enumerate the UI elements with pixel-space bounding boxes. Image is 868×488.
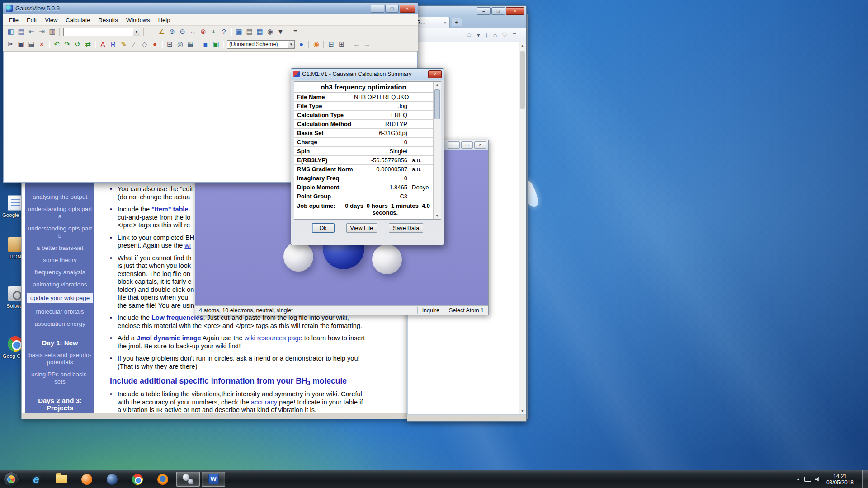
volume-icon[interactable] [815, 477, 821, 482]
taskbar-app-blue[interactable] [100, 472, 124, 487]
toolbar-icon[interactable]: ▦ [255, 27, 265, 37]
sidebar-link[interactable]: frequency analysis [28, 269, 92, 276]
toolbar-icon[interactable]: ● [150, 39, 160, 49]
scrollbar-thumb[interactable] [434, 89, 440, 119]
sidebar-link[interactable]: understanding opts part b [28, 225, 92, 239]
pocket-icon[interactable]: ♡ [502, 31, 508, 38]
menu-results[interactable]: Results [94, 15, 122, 25]
bookmark-star-icon[interactable]: ☆ [466, 31, 472, 38]
sidebar-link[interactable]: understanding opts part a [28, 206, 92, 220]
dropdown-arrow-icon[interactable]: ▼ [133, 28, 140, 36]
toolbar-icon[interactable]: + [208, 27, 219, 37]
toolbar-icon[interactable]: ⇄ [83, 39, 93, 49]
sidebar-link[interactable]: some theory [28, 257, 92, 264]
bookmarks-menu-icon[interactable]: ▾ [477, 31, 480, 38]
toolbar-icon[interactable]: ⇥ [37, 27, 47, 37]
scroll-up-icon[interactable]: ▲ [519, 42, 526, 49]
toolbar-icon[interactable]: ≡ [290, 27, 301, 37]
toolbar-icon[interactable]: ↷ [62, 39, 72, 49]
toolbar-icon[interactable]: ─ [146, 27, 156, 37]
taskbar-gaussview[interactable] [176, 472, 200, 487]
close-button[interactable]: × [474, 141, 486, 149]
sidebar-link[interactable]: update your wiki page [27, 293, 93, 303]
toolbar-icon[interactable]: ● [296, 39, 307, 49]
minimize-button[interactable]: – [448, 141, 460, 149]
scroll-down-icon[interactable]: ▼ [519, 408, 526, 414]
toolbar-icon[interactable]: × [37, 39, 47, 49]
menu-icon[interactable]: ≡ [513, 31, 516, 38]
sidebar-link[interactable]: analysing the output [28, 193, 92, 201]
browser-scrollbar[interactable]: ▲ ▼ [519, 42, 526, 414]
taskbar-internet-explorer[interactable]: e [24, 472, 48, 487]
menu-file[interactable]: File [5, 15, 23, 25]
toolbar-icon[interactable]: ▣ [234, 27, 244, 37]
downloads-icon[interactable]: ↓ [485, 31, 488, 38]
toolbar-icon[interactable]: ⊟ [326, 39, 336, 49]
sidebar-link[interactable]: a better basis-set [28, 244, 92, 252]
toolbar-icon[interactable]: ◧ [5, 27, 16, 37]
wiki-link[interactable]: wi [184, 242, 191, 249]
toolbar-icon[interactable]: ▦ [185, 39, 196, 49]
toolbar-icon[interactable]: ? [219, 27, 229, 37]
sidebar-link[interactable]: association energy [28, 320, 92, 328]
minimize-button[interactable]: – [371, 5, 384, 13]
clock[interactable]: 14:21 03/05/2018 [825, 473, 858, 486]
minimize-button[interactable]: – [477, 7, 491, 15]
menu-view[interactable]: View [41, 15, 61, 25]
toolbar-icon[interactable]: ◉ [265, 27, 275, 37]
show-desktop-button[interactable] [862, 470, 868, 488]
toolbar-icon[interactable]: ⊕ [167, 27, 177, 37]
toolbar-icon[interactable]: ∠ [156, 27, 167, 37]
hydrogen-atom[interactable] [372, 244, 402, 274]
maximize-button[interactable]: □ [461, 141, 473, 149]
toolbar-icon[interactable]: ◉ [311, 39, 321, 49]
sidebar-link[interactable]: molecular orbitals [28, 308, 92, 315]
dialog-btn-save-data[interactable]: Save Data [389, 223, 423, 233]
toolbar-icon[interactable]: ▼ [275, 27, 286, 37]
toolbar-icon[interactable]: ⊞ [336, 39, 347, 49]
taskbar-firefox[interactable] [151, 472, 175, 487]
toolbar-icon[interactable]: ▣ [211, 39, 221, 49]
toolbar-icon[interactable]: R [108, 39, 118, 49]
dialog-scrollbar[interactable]: ▲ ▼ [433, 82, 441, 219]
scrollbar-thumb[interactable] [520, 51, 525, 109]
toolbar-icon[interactable]: ↶ [52, 39, 62, 49]
wiki-link[interactable]: accuracy [251, 399, 277, 406]
toolbar-icon[interactable]: A [98, 39, 108, 49]
close-button[interactable]: × [400, 5, 415, 13]
toolbar-icon[interactable]: ⊞ [165, 39, 175, 49]
toolbar-icon[interactable]: ⊖ [177, 27, 188, 37]
taskbar-file-explorer[interactable] [50, 472, 73, 487]
close-button[interactable]: × [506, 7, 524, 15]
sidebar-link[interactable]: animating vibrations [28, 281, 92, 288]
wiki-link[interactable]: wiki resources page [245, 334, 302, 342]
network-icon[interactable] [804, 477, 811, 482]
toolbar-icon[interactable]: ▣ [16, 39, 26, 49]
start-button[interactable] [4, 472, 19, 487]
toolbar-icon[interactable]: ✎ [118, 39, 129, 49]
menu-calculate[interactable]: Calculate [61, 15, 94, 25]
menu-windows[interactable]: Windows [122, 15, 154, 25]
toolbar-entry-combo[interactable]: ▼ [63, 28, 140, 36]
close-button[interactable]: × [428, 70, 442, 78]
toolbar-icon[interactable]: ∕ [129, 39, 139, 49]
home-icon[interactable]: ⌂ [493, 31, 497, 38]
toolbar-icon[interactable]: ← [351, 39, 362, 49]
toolbar-icon[interactable]: ⇤ [26, 27, 37, 37]
scheme-combo[interactable]: (Unnamed Scheme)▼ [227, 40, 295, 49]
menu-edit[interactable]: Edit [23, 15, 41, 25]
toolbar-icon[interactable]: ◎ [175, 39, 185, 49]
dropdown-arrow-icon[interactable]: ▼ [288, 41, 294, 48]
taskbar-word[interactable]: W [202, 472, 225, 487]
maximize-button[interactable]: □ [385, 5, 399, 13]
toolbar-icon[interactable]: ↔ [188, 27, 198, 37]
new-tab-button[interactable]: + [452, 18, 462, 26]
toolbar-icon[interactable]: ▤ [16, 27, 26, 37]
maximize-button[interactable]: □ [491, 7, 505, 15]
dialog-btn-ok[interactable]: Ok [312, 223, 335, 233]
scroll-down-icon[interactable]: ▼ [434, 212, 441, 219]
taskbar-app-orange[interactable] [75, 472, 99, 487]
sidebar-link[interactable]: using PPs and basis-sets [28, 371, 92, 385]
toolbar-icon[interactable]: ▤ [244, 27, 255, 37]
toolbar-icon[interactable]: → [362, 39, 372, 49]
